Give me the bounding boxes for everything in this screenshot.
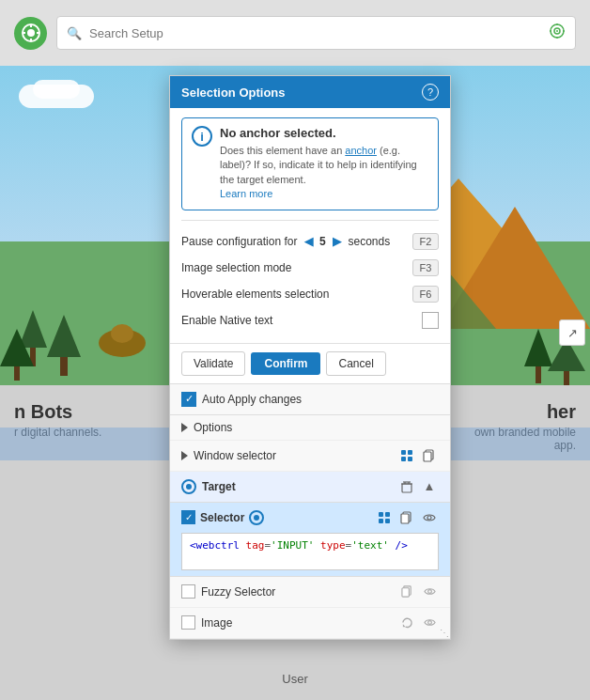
svg-rect-28	[401, 450, 406, 455]
target-left: Target	[181, 479, 236, 494]
action-buttons: Validate Confirm Cancel	[170, 343, 450, 383]
svg-rect-42	[385, 519, 390, 523]
bottom-left-title: n Bots	[14, 401, 150, 423]
svg-point-1	[27, 29, 35, 37]
confirm-button[interactable]: Confirm	[251, 352, 320, 375]
selector-section: ✓ Selector	[170, 503, 450, 577]
modal-body: i No anchor selected. Does this element …	[170, 108, 450, 343]
top-bar: 🔍	[0, 0, 590, 66]
selector-target-icon	[249, 510, 264, 525]
fuzzy-eye-icon[interactable]	[420, 583, 439, 601]
selector-code-box[interactable]: <webctrl tag='INPUT' type='text' />	[181, 533, 439, 570]
search-input[interactable]	[89, 26, 541, 40]
svg-rect-39	[379, 512, 383, 517]
cancel-button[interactable]: Cancel	[326, 351, 385, 376]
selector-grid-icon[interactable]	[375, 508, 394, 527]
info-desc: Does this element have an anchor (e.g. l…	[220, 144, 428, 202]
learn-more-link[interactable]: Learn more	[220, 188, 272, 199]
image-eye-icon[interactable]	[420, 614, 439, 632]
modal-bottom-panel: ✓ Auto Apply changes Options Window sele…	[170, 383, 450, 639]
svg-rect-33	[424, 452, 431, 461]
info-icon: i	[192, 126, 212, 147]
target-controls: ▲	[397, 477, 439, 496]
help-button[interactable]: ?	[422, 84, 439, 101]
window-selector-grid-icon[interactable]	[397, 446, 416, 465]
window-selector-copy-icon[interactable]	[420, 446, 439, 465]
native-text-checkbox[interactable]	[422, 312, 439, 329]
divider-1	[181, 220, 439, 221]
window-selector-label: Window selector	[194, 449, 276, 462]
options-expandable-label: Options	[194, 421, 232, 434]
search-box[interactable]: 🔍	[56, 16, 576, 50]
search-icon: 🔍	[67, 26, 82, 40]
target-delete-icon[interactable]	[397, 477, 416, 496]
selector-eye-icon[interactable]	[420, 508, 439, 527]
image-icons	[397, 614, 439, 632]
resize-handle[interactable]: ⋱	[440, 628, 449, 637]
target-collapse-icon[interactable]: ▲	[420, 477, 439, 496]
pause-right-arrow[interactable]: ▶	[333, 235, 341, 248]
fuzzy-icons	[397, 583, 439, 601]
svg-rect-25	[564, 371, 569, 385]
native-text-label: Enable Native text	[181, 314, 422, 327]
svg-point-8	[556, 30, 558, 32]
auto-apply-label: Auto Apply changes	[202, 393, 302, 406]
info-box: i No anchor selected. Does this element …	[181, 117, 439, 210]
bottom-right-title: her	[473, 401, 576, 423]
window-selector-left: Window selector	[181, 449, 276, 462]
fuzzy-left: Fuzzy Selector	[181, 584, 275, 599]
hoverable-key-badge: F6	[412, 286, 439, 303]
target-icon	[549, 23, 566, 43]
svg-rect-21	[14, 366, 20, 381]
anchor-link[interactable]: anchor	[345, 145, 377, 156]
target-label: Target	[202, 480, 236, 493]
options-expand-icon	[181, 423, 188, 432]
pause-config-row: Pause configuration for ◀ 5 ▶ seconds F2	[181, 228, 439, 255]
svg-marker-18	[47, 315, 81, 357]
image-selection-key-badge: F3	[412, 259, 439, 276]
options-expandable[interactable]: Options	[170, 415, 450, 441]
svg-rect-30	[401, 457, 406, 461]
info-text: No anchor selected. Does this element ha…	[220, 126, 428, 202]
svg-point-27	[111, 324, 133, 343]
selector-copy-icon[interactable]	[397, 508, 416, 527]
image-selection-label: Image selection mode	[181, 261, 412, 274]
image-left: Image	[181, 615, 232, 630]
hoverable-label: Hoverable elements selection	[181, 288, 412, 301]
image-selection-row: Image selection mode F3	[181, 255, 439, 281]
selector-dot	[254, 515, 259, 521]
fuzzy-copy-icon[interactable]	[397, 583, 416, 601]
svg-rect-44	[401, 514, 409, 523]
selector-left: ✓ Selector	[181, 510, 264, 525]
image-reset-icon[interactable]	[397, 614, 416, 632]
pause-value: 5	[319, 235, 326, 248]
modal-header: Selection Options ?	[170, 76, 450, 108]
validate-button[interactable]: Validate	[181, 351, 245, 376]
selector-checkbox[interactable]: ✓	[181, 510, 195, 524]
info-title: No anchor selected.	[220, 126, 428, 140]
auto-apply-checkbox[interactable]: ✓	[181, 392, 196, 407]
user-text: User	[282, 672, 307, 686]
native-text-row: Enable Native text	[181, 307, 439, 334]
svg-rect-31	[408, 457, 412, 461]
svg-marker-16	[19, 310, 47, 348]
target-circle-icon	[181, 479, 196, 494]
window-selector-expand-icon	[181, 451, 188, 460]
selector-header: ✓ Selector	[181, 508, 439, 527]
svg-rect-40	[385, 512, 390, 517]
selector-icons	[375, 508, 439, 527]
logo-icon	[14, 17, 47, 50]
pause-left-arrow[interactable]: ◀	[304, 235, 313, 248]
fuzzy-checkbox[interactable]	[181, 584, 195, 599]
svg-marker-49	[402, 624, 405, 627]
svg-point-45	[427, 516, 431, 520]
selector-label: Selector	[200, 511, 244, 524]
svg-marker-22	[524, 329, 552, 366]
window-selector-row: Window selector	[170, 441, 450, 472]
pause-label: Pause configuration for ◀ 5 ▶ seconds	[181, 235, 412, 248]
image-checkbox[interactable]	[181, 615, 195, 630]
window-selector-icons	[397, 446, 439, 465]
fuzzy-selector-row: Fuzzy Selector	[170, 577, 450, 608]
external-link-button[interactable]: ↗	[559, 319, 585, 346]
auto-apply-row: ✓ Auto Apply changes	[170, 384, 450, 415]
